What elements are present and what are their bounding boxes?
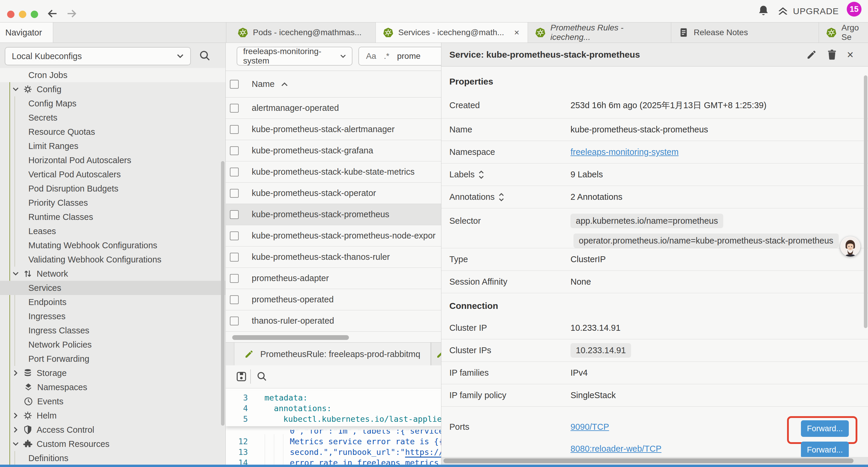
property-row-name: Name kube-prometheus-stack-prometheus [441, 119, 868, 141]
sidebar-item-cron-jobs[interactable]: Cron Jobs [0, 68, 225, 82]
sidebar-item-mutating-webhook-configurations[interactable]: Mutating Webhook Configurations [0, 238, 225, 253]
sidebar-item-horizontal-pod-autoscalers[interactable]: Horizontal Pod Autoscalers [0, 153, 225, 167]
sidebar-item-port-forwarding[interactable]: Port Forwarding [0, 352, 225, 366]
row-checkbox[interactable] [230, 274, 239, 283]
tab-release-notes[interactable]: Release Notes [671, 23, 819, 42]
dock-tab-prometheusrule[interactable]: PrometheusRule: freeleaps-prod-rabbitmq [234, 343, 431, 366]
upgrade-label: UPGRADE [793, 6, 839, 16]
search-input[interactable] [397, 52, 441, 61]
sidebar-scrollbar[interactable] [221, 161, 224, 426]
sidebar-item-events[interactable]: Events [0, 394, 225, 408]
database-icon [23, 368, 32, 378]
clock-icon [24, 397, 33, 406]
sidebar-item-network-policies[interactable]: Network Policies [0, 338, 225, 352]
trash-icon[interactable] [827, 49, 837, 60]
row-checkbox[interactable] [230, 146, 239, 155]
chevron-down-icon [177, 54, 184, 59]
panel-horizontal-scrollbar[interactable] [441, 457, 868, 465]
navigator-panel-tab[interactable]: Navigator [0, 23, 53, 42]
kubeconfig-context-select[interactable]: Local Kubeconfigs [5, 47, 191, 65]
close-tab-icon[interactable]: × [514, 28, 519, 37]
sidebar-item-definitions[interactable]: Definitions [0, 451, 225, 465]
row-checkbox[interactable] [230, 210, 239, 219]
sidebar-item-vertical-pod-autoscalers[interactable]: Vertical Pod Autoscalers [0, 167, 225, 181]
property-row-selector: Selector app.kubernetes.io/name=promethe… [441, 208, 868, 248]
select-all-checkbox[interactable] [230, 80, 239, 89]
tab-pods[interactable]: Pods - icecheng@mathmas... [230, 23, 376, 42]
namespace-link[interactable]: freeleaps-monitoring-system [570, 147, 679, 157]
row-checkbox[interactable] [230, 125, 239, 134]
port-link-8080[interactable]: 8080:reloader-web/TCP [570, 444, 661, 454]
row-checkbox[interactable] [230, 168, 239, 176]
row-checkbox[interactable] [230, 295, 239, 304]
sidebar-item-namespaces[interactable]: Namespaces [0, 380, 225, 394]
property-row-type: Type ClusterIP [441, 248, 868, 271]
maximize-window-button[interactable] [31, 11, 38, 18]
sidebar-item-services[interactable]: Services [0, 281, 225, 295]
sidebar-group-helm[interactable]: Helm [0, 408, 225, 423]
upgrade-button[interactable]: UPGRADE [777, 5, 839, 17]
tab-prometheus-rules[interactable]: Prometheus Rules - icecheng... [528, 23, 671, 42]
tab-services[interactable]: Services - icecheng@math... × [376, 23, 528, 42]
back-icon[interactable] [47, 8, 59, 20]
port-link-9090[interactable]: 9090/TCP [570, 422, 609, 432]
search-icon[interactable] [198, 49, 212, 62]
close-window-button[interactable] [7, 11, 14, 18]
minimize-window-button[interactable] [19, 11, 26, 18]
namespace-select[interactable]: freeleaps-monitoring-system [237, 47, 352, 66]
chevron-right-icon [12, 427, 19, 433]
detail-panel-title: Service: kube-prometheus-stack-prometheu… [450, 50, 640, 60]
row-checkbox[interactable] [230, 231, 239, 240]
property-row-namespace: Namespace freeleaps-monitoring-system [441, 141, 868, 164]
sidebar-item-pod-disruption-budgets[interactable]: Pod Disruption Budgets [0, 181, 225, 196]
panel-vertical-scrollbar[interactable] [864, 76, 867, 328]
close-icon[interactable]: × [847, 49, 854, 60]
sidebar-item-priority-classes[interactable]: Priority Classes [0, 196, 225, 210]
expand-collapse-icon[interactable] [498, 192, 505, 202]
sidebar-item-leases[interactable]: Leases [0, 224, 225, 238]
match-case-toggle[interactable]: Aa [366, 52, 376, 61]
kubernetes-icon [535, 27, 546, 38]
puzzle-icon [23, 439, 32, 449]
sidebar-item-endpoints[interactable]: Endpoints [0, 295, 225, 309]
forward-icon[interactable] [66, 8, 78, 20]
sidebar-group-custom-resources[interactable]: Custom Resources [0, 437, 225, 451]
sidebar-item-validating-webhook-configurations[interactable]: Validating Webhook Configurations [0, 253, 225, 267]
sidebar-item-runtime-classes[interactable]: Runtime Classes [0, 210, 225, 224]
sidebar-group-storage[interactable]: Storage [0, 366, 225, 380]
sidebar-item-secrets[interactable]: Secrets [0, 111, 225, 125]
property-row-created: Created 253d 16h 6m ago (2025年1月13日 GMT+… [441, 92, 868, 119]
row-checkbox[interactable] [230, 253, 239, 262]
chevron-down-icon [12, 270, 19, 277]
save-icon[interactable] [236, 371, 247, 382]
row-checkbox[interactable] [230, 104, 239, 113]
row-checkbox[interactable] [230, 317, 239, 325]
notification-count-badge[interactable]: 15 [847, 2, 862, 17]
connection-row-cluster-ip: Cluster IP 10.233.14.91 [441, 317, 868, 339]
sidebar-item-ingresses[interactable]: Ingresses [0, 309, 225, 323]
service-detail-panel: Service: kube-prometheus-stack-prometheu… [441, 43, 868, 467]
forward-port-button[interactable]: Forward... [801, 420, 849, 437]
tab-argo[interactable]: Argo Se [819, 23, 868, 42]
sidebar-item-ingress-classes[interactable]: Ingress Classes [0, 323, 225, 338]
connection-row-ip-families: IP families IPv4 [441, 362, 868, 384]
sidebar-item-config-maps[interactable]: Config Maps [0, 96, 225, 111]
forward-port-button[interactable]: Forward... [801, 442, 849, 458]
regex-toggle[interactable]: .* [384, 52, 390, 61]
sidebar-item-limit-ranges[interactable]: Limit Ranges [0, 139, 225, 153]
editor-search-icon[interactable] [256, 371, 268, 382]
helm-wheel-icon [23, 411, 32, 420]
detail-panel-header: Service: kube-prometheus-stack-prometheu… [441, 43, 868, 66]
sidebar-group-access-control[interactable]: Access Control [0, 423, 225, 437]
sidebar-group-network[interactable]: Network [0, 267, 225, 281]
sidebar-item-resource-quotas[interactable]: Resource Quotas [0, 125, 225, 139]
sidebar-group-config[interactable]: Config [0, 82, 225, 96]
property-row-session-affinity: Session Affinity None [441, 271, 868, 293]
notifications-bell-icon[interactable] [757, 4, 770, 18]
kubernetes-icon [238, 27, 248, 38]
edit-pencil-icon[interactable] [806, 49, 817, 60]
row-checkbox[interactable] [230, 189, 239, 198]
column-header-name[interactable]: Name [252, 79, 275, 89]
assistant-avatar[interactable] [840, 236, 860, 257]
expand-collapse-icon[interactable] [478, 170, 485, 180]
